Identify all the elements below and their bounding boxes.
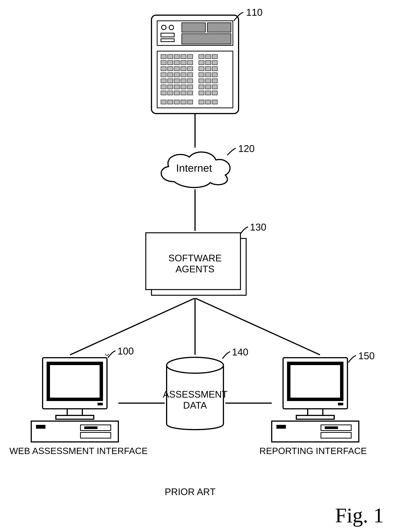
svg-rect-67 bbox=[168, 100, 173, 104]
svg-rect-5 bbox=[161, 39, 174, 42]
svg-rect-32 bbox=[205, 66, 211, 71]
svg-rect-37 bbox=[181, 73, 186, 77]
server-node bbox=[148, 11, 242, 117]
svg-rect-33 bbox=[212, 66, 217, 71]
svg-rect-64 bbox=[205, 91, 211, 95]
ref-pc-left: 100 bbox=[117, 345, 134, 357]
svg-rect-89 bbox=[84, 426, 97, 429]
svg-rect-54 bbox=[187, 85, 193, 89]
svg-rect-48 bbox=[205, 79, 211, 83]
svg-rect-6 bbox=[182, 23, 205, 32]
svg-rect-40 bbox=[205, 73, 211, 77]
svg-rect-83 bbox=[97, 403, 103, 405]
svg-rect-99 bbox=[296, 415, 334, 419]
svg-rect-35 bbox=[168, 73, 173, 77]
svg-rect-85 bbox=[56, 415, 94, 419]
svg-rect-57 bbox=[212, 85, 217, 89]
svg-rect-98 bbox=[308, 409, 323, 415]
edge-db-pcright bbox=[225, 402, 272, 404]
svg-rect-58 bbox=[161, 91, 166, 95]
pc-left-caption: WEB ASSESSMENT INTERFACE bbox=[10, 446, 148, 456]
pc-left-node bbox=[28, 354, 122, 445]
figure-label: Fig. 1 bbox=[335, 504, 384, 527]
svg-rect-12 bbox=[174, 55, 180, 59]
svg-rect-39 bbox=[199, 73, 204, 77]
svg-rect-22 bbox=[187, 61, 193, 65]
svg-rect-101 bbox=[277, 425, 286, 429]
ref-agents: 130 bbox=[250, 221, 266, 233]
svg-rect-26 bbox=[161, 66, 166, 71]
db-label-2: DATA bbox=[163, 400, 227, 411]
svg-rect-100 bbox=[272, 421, 359, 442]
edge-pcleft-db bbox=[118, 402, 165, 404]
svg-rect-7 bbox=[207, 23, 231, 32]
svg-point-3 bbox=[169, 25, 174, 30]
svg-rect-86 bbox=[31, 421, 118, 442]
svg-rect-25 bbox=[212, 61, 217, 65]
ref-pc-right: 150 bbox=[358, 350, 375, 361]
svg-rect-4 bbox=[161, 33, 174, 37]
svg-rect-103 bbox=[325, 426, 338, 429]
svg-rect-84 bbox=[67, 409, 82, 415]
svg-rect-23 bbox=[199, 61, 204, 65]
svg-rect-68 bbox=[174, 100, 180, 104]
pc-right-caption: REPORTING INTERFACE bbox=[259, 446, 367, 456]
svg-rect-45 bbox=[181, 79, 186, 83]
svg-rect-49 bbox=[212, 79, 217, 83]
svg-rect-52 bbox=[174, 85, 180, 89]
svg-rect-30 bbox=[187, 66, 193, 71]
svg-rect-63 bbox=[199, 91, 204, 95]
svg-rect-53 bbox=[181, 85, 186, 89]
svg-rect-59 bbox=[168, 91, 173, 95]
svg-rect-70 bbox=[187, 100, 193, 104]
svg-rect-36 bbox=[174, 73, 180, 77]
svg-rect-55 bbox=[199, 85, 204, 89]
edge-server-cloud bbox=[194, 114, 196, 148]
svg-point-93 bbox=[167, 357, 223, 373]
db-label-1: ASSESSMENT bbox=[163, 389, 227, 400]
svg-rect-47 bbox=[199, 79, 204, 83]
svg-rect-50 bbox=[161, 85, 166, 89]
svg-rect-95 bbox=[283, 358, 347, 409]
svg-rect-34 bbox=[161, 73, 166, 77]
svg-rect-41 bbox=[212, 73, 217, 77]
svg-rect-15 bbox=[199, 55, 204, 59]
svg-rect-60 bbox=[174, 91, 180, 95]
svg-rect-27 bbox=[168, 66, 173, 71]
svg-rect-72 bbox=[205, 100, 211, 104]
svg-rect-29 bbox=[181, 66, 186, 71]
svg-rect-28 bbox=[174, 66, 180, 71]
svg-rect-42 bbox=[161, 79, 166, 83]
svg-rect-46 bbox=[187, 79, 193, 83]
svg-rect-16 bbox=[205, 55, 211, 59]
svg-rect-24 bbox=[205, 61, 211, 65]
pc-right-node bbox=[268, 354, 363, 445]
svg-rect-61 bbox=[181, 91, 186, 95]
svg-rect-11 bbox=[168, 55, 173, 59]
svg-point-2 bbox=[162, 25, 166, 30]
svg-rect-44 bbox=[174, 79, 180, 83]
svg-rect-21 bbox=[181, 61, 186, 65]
svg-rect-87 bbox=[36, 425, 46, 429]
agents-label-1: SOFTWARE bbox=[165, 253, 225, 264]
svg-rect-65 bbox=[212, 91, 217, 95]
svg-rect-66 bbox=[161, 100, 166, 104]
svg-rect-18 bbox=[161, 61, 166, 65]
svg-line-80 bbox=[195, 298, 320, 355]
svg-rect-17 bbox=[212, 55, 217, 59]
edge-cloud-agents bbox=[194, 189, 196, 231]
svg-rect-31 bbox=[199, 66, 204, 71]
ref-server: 110 bbox=[246, 7, 263, 18]
ref-cloud: 120 bbox=[238, 143, 255, 154]
prior-art-label: PRIOR ART bbox=[165, 486, 216, 497]
svg-rect-73 bbox=[212, 100, 217, 104]
svg-rect-20 bbox=[174, 61, 180, 65]
svg-rect-19 bbox=[168, 61, 173, 65]
svg-rect-51 bbox=[168, 85, 173, 89]
svg-rect-43 bbox=[168, 79, 173, 83]
svg-rect-10 bbox=[161, 55, 166, 59]
svg-rect-81 bbox=[43, 358, 107, 409]
cloud-label: Internet bbox=[176, 162, 212, 174]
svg-rect-69 bbox=[181, 100, 186, 104]
svg-rect-8 bbox=[182, 34, 231, 44]
